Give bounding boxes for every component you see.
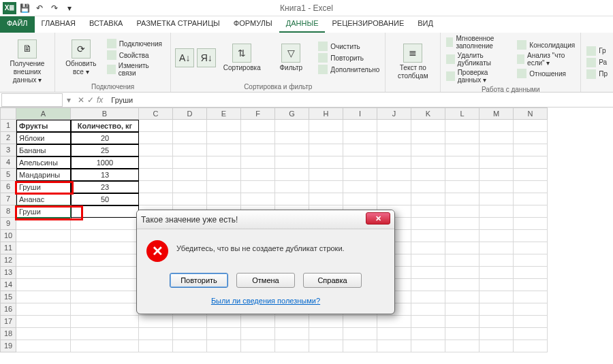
cell[interactable] [411, 193, 445, 205]
cell[interactable] [377, 132, 411, 144]
cell[interactable] [343, 316, 377, 328]
cell[interactable] [445, 181, 480, 193]
cell[interactable] [411, 303, 445, 316]
cell[interactable] [377, 328, 411, 340]
cell[interactable] [71, 303, 139, 316]
cell[interactable] [411, 267, 445, 279]
cell[interactable] [241, 169, 275, 181]
row-header[interactable]: 4 [0, 156, 16, 169]
cell[interactable] [411, 144, 445, 156]
cell[interactable] [514, 132, 548, 144]
cell[interactable] [343, 181, 377, 193]
row-header[interactable]: 2 [0, 132, 16, 144]
cell[interactable] [275, 120, 309, 132]
cell[interactable] [480, 218, 514, 230]
cell[interactable] [207, 120, 241, 132]
cell[interactable] [411, 242, 445, 254]
consolidate-button[interactable]: Консолидация [516, 39, 576, 50]
cell[interactable] [445, 156, 480, 169]
cell[interactable] [377, 169, 411, 181]
cell[interactable] [514, 120, 548, 132]
cell[interactable] [309, 120, 343, 132]
cell[interactable] [480, 279, 514, 291]
cell[interactable] [445, 267, 480, 279]
row-header[interactable]: 6 [0, 181, 16, 193]
cell[interactable] [173, 316, 207, 328]
reapply-filter-button[interactable]: Повторить [317, 52, 381, 63]
cell[interactable] [377, 120, 411, 132]
get-external-data-button[interactable]: 🗎 Получение внешних данных ▾ [4, 34, 50, 89]
select-all-corner[interactable] [0, 107, 16, 120]
cell[interactable] [71, 205, 139, 218]
cell[interactable] [207, 132, 241, 144]
cell[interactable] [139, 132, 173, 144]
cell[interactable] [275, 169, 309, 181]
col-header-J[interactable]: J [377, 107, 411, 120]
cell[interactable] [241, 181, 275, 193]
cell[interactable] [71, 340, 139, 352]
cell[interactable] [139, 120, 173, 132]
cell[interactable] [445, 205, 480, 218]
cell[interactable] [309, 193, 343, 205]
cell[interactable] [377, 340, 411, 352]
cell[interactable] [343, 328, 377, 340]
row-header[interactable]: 14 [0, 279, 16, 291]
sort-button[interactable]: ⇅Сортировка [219, 34, 265, 82]
cell[interactable] [241, 132, 275, 144]
cell[interactable] [139, 316, 173, 328]
cell[interactable] [241, 156, 275, 169]
cell[interactable] [480, 254, 514, 267]
cell[interactable] [377, 181, 411, 193]
cell[interactable] [309, 181, 343, 193]
cell[interactable] [445, 291, 480, 303]
tab-formulas[interactable]: ФОРМУЛЫ [227, 16, 279, 33]
tab-file[interactable]: ФАЙЛ [0, 16, 35, 33]
cell[interactable] [445, 144, 480, 156]
cell[interactable] [480, 156, 514, 169]
cell[interactable] [275, 132, 309, 144]
cell[interactable] [71, 328, 139, 340]
cell[interactable] [445, 230, 480, 242]
undo-button[interactable]: ↶ [33, 1, 46, 15]
clear-filter-button[interactable]: Очистить [317, 41, 381, 52]
fx-icon[interactable]: fx [97, 95, 103, 105]
text-to-columns-button[interactable]: ≣ Текст по столбцам [390, 34, 436, 89]
cell[interactable] [480, 267, 514, 279]
enter-entry-icon[interactable]: ✓ [87, 95, 94, 105]
cell[interactable] [343, 120, 377, 132]
properties-button[interactable]: Свойства [106, 50, 167, 61]
cell[interactable] [241, 340, 275, 352]
cell[interactable] [173, 144, 207, 156]
cell[interactable] [480, 193, 514, 205]
name-box[interactable] [1, 93, 63, 107]
cell[interactable] [71, 267, 139, 279]
cell[interactable] [16, 218, 71, 230]
cell[interactable] [173, 181, 207, 193]
row-header[interactable]: 18 [0, 328, 16, 340]
cell[interactable] [173, 193, 207, 205]
col-header-N[interactable]: N [514, 107, 548, 120]
cell[interactable] [241, 120, 275, 132]
cell[interactable] [411, 328, 445, 340]
dialog-close-button[interactable]: ✕ [366, 212, 390, 225]
cell[interactable] [514, 230, 548, 242]
cell[interactable] [343, 193, 377, 205]
cell[interactable] [514, 218, 548, 230]
row-header[interactable]: 13 [0, 267, 16, 279]
cell[interactable] [411, 291, 445, 303]
cell[interactable]: Фрукты [16, 120, 71, 132]
cell[interactable] [173, 328, 207, 340]
cell[interactable] [173, 340, 207, 352]
col-header-H[interactable]: H [309, 107, 343, 120]
cell[interactable] [411, 205, 445, 218]
tab-page-layout[interactable]: РАЗМЕТКА СТРАНИЦЫ [129, 16, 226, 33]
cell[interactable] [343, 132, 377, 144]
retry-button[interactable]: Повторить [170, 273, 228, 288]
row-header[interactable]: 1 [0, 120, 16, 132]
cancel-button[interactable]: Отмена [236, 273, 295, 288]
cell[interactable] [411, 254, 445, 267]
cell[interactable] [480, 120, 514, 132]
cancel-entry-icon[interactable]: ✕ [78, 95, 84, 105]
cell[interactable] [445, 218, 480, 230]
name-box-dropdown-icon[interactable]: ▾ [64, 95, 74, 105]
